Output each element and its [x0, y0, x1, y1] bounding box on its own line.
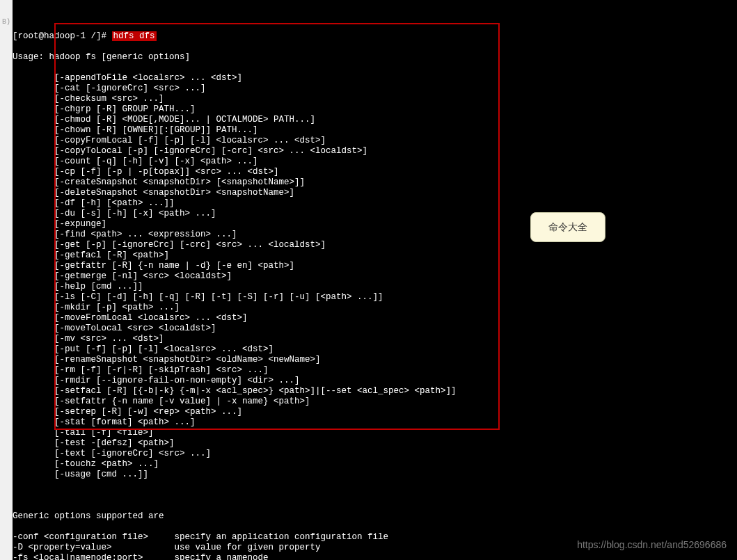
command-line: [-df [-h] [<path> ...]] [13, 198, 737, 209]
command-line: [-chown [-R] [OWNER][:[GROUP]] PATH...] [13, 125, 737, 136]
generic-option-line: -fs <local|namenode:port> specify a name… [13, 553, 737, 560]
callout-text: 命令大全 [548, 221, 587, 232]
command-line: [-test -[defsz] <path>] [13, 438, 737, 449]
command-line: [-du [-s] [-h] [-x] <path> ...] [13, 209, 737, 219]
command-line: [-rm [-f] [-r|-R] [-skipTrash] <src> ...… [13, 365, 737, 376]
command-line: [-get [-p] [-ignoreCrc] [-crc] <src> ...… [13, 240, 737, 250]
command-line: [-getfattr [-R] {-n name | -d} [-e en] <… [13, 261, 737, 271]
command-line: [-setrep [-R] [-w] <rep> <path> ...] [13, 407, 737, 417]
callout-annotation: 命令大全 [530, 212, 605, 242]
command-line: [-stat [format] <path> ...] [13, 417, 737, 428]
commands-list: [-appendToFile <localsrc> ... <dst>] [-c… [13, 73, 737, 480]
command-line: [-ls [-C] [-d] [-h] [-q] [-R] [-t] [-S] … [13, 292, 737, 303]
command-line: [-setfattr {-n name [-v value] | -x name… [13, 397, 737, 407]
command-line: [-checksum <src> ...] [13, 94, 737, 104]
command-line: [-mkdir [-p] <path> ...] [13, 303, 737, 313]
command-line: [-setfacl [-R] [{-b|-k} {-m|-x <acl_spec… [13, 386, 737, 397]
command-line: [-cp [-f] [-p | -p[topax]] <src> ... <ds… [13, 167, 737, 177]
command-line: [-deleteSnapshot <snapshotDir> <snapshot… [13, 188, 737, 198]
command-line: [-appendToFile <localsrc> ... <dst>] [13, 73, 737, 83]
command-line: [-getfacl [-R] <path>] [13, 250, 737, 261]
command-line: [-getmerge [-nl] <src> <localdst>] [13, 271, 737, 282]
command-line: [-moveFromLocal <localsrc> ... <dst>] [13, 313, 737, 323]
command-line: [-text [-ignoreCrc] <src> ...] [13, 449, 737, 459]
command-line: [-cat [-ignoreCrc] <src> ...] [13, 83, 737, 94]
command-line: [-mv <src> ... <dst>] [13, 334, 737, 344]
command-line: [-expunge] [13, 219, 737, 230]
command-line: [-chgrp [-R] GROUP PATH...] [13, 104, 737, 115]
terminal-output: [root@hadoop-1 /]# hdfs dfs Usage: hadoo… [0, 0, 737, 560]
command-line: [-usage [cmd ...]] [13, 470, 737, 480]
prompt-line: [root@hadoop-1 /]# hdfs dfs [13, 31, 737, 42]
command-line: [-renameSnapshot <snapshotDir> <oldName>… [13, 355, 737, 365]
command-line: [-count [-q] [-h] [-v] [-x] <path> ...] [13, 157, 737, 167]
watermark: https://blog.csdn.net/and52696686 [577, 539, 727, 551]
command-line: [-help [cmd ...]] [13, 282, 737, 292]
generic-options-header: Generic options supported are [13, 511, 737, 522]
command-line: [-put [-f] [-p] [-l] <localsrc> ... <dst… [13, 344, 737, 355]
command-line: [-copyFromLocal [-f] [-p] [-l] <localsrc… [13, 136, 737, 146]
command-line: [-tail [-f] <file>] [13, 428, 737, 438]
watermark-text: https://blog.csdn.net/and52696686 [577, 539, 727, 550]
command-line: [-moveToLocal <src> <localdst>] [13, 323, 737, 334]
command-line: [-copyToLocal [-p] [-ignoreCrc] [-crc] <… [13, 146, 737, 157]
command-highlight: hdfs dfs [112, 31, 157, 41]
command-line: [-chmod [-R] <MODE[,MODE]... | OCTALMODE… [13, 115, 737, 125]
command-line: [-touchz <path> ...] [13, 459, 737, 470]
prompt: [root@hadoop-1 /]# [13, 31, 106, 41]
command-line: [-find <path> ... <expression> ...] [13, 230, 737, 240]
usage-line: Usage: hadoop fs [generic options] [13, 52, 737, 63]
blank-line [13, 490, 737, 501]
command-line: [-createSnapshot <snapshotDir> [<snapsho… [13, 177, 737, 188]
command-line: [-rmdir [--ignore-fail-on-non-empty] <di… [13, 376, 737, 386]
